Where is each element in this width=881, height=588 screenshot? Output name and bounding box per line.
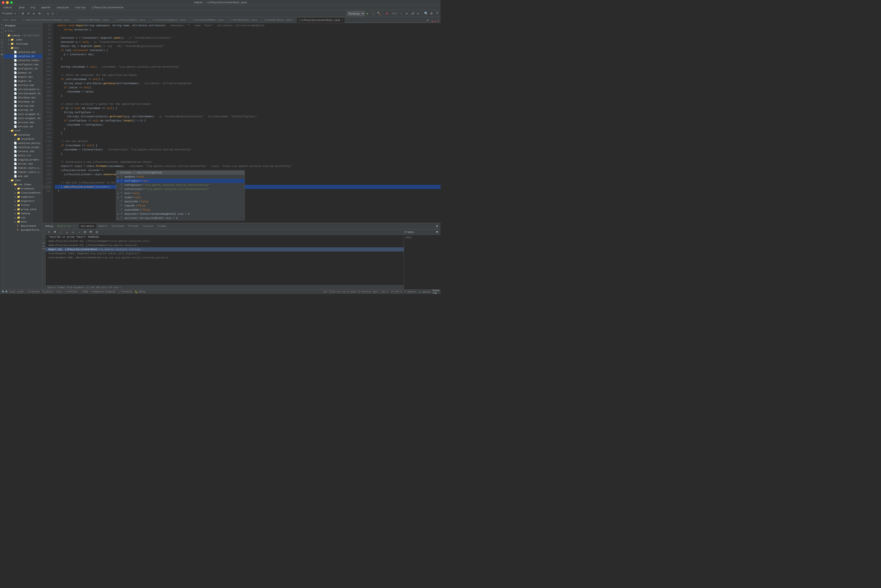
tree-logging-props[interactable]: 📄 logging.properties [4, 158, 42, 162]
menu-classname[interactable]: LifecycleListenerRule [90, 6, 125, 9]
debug-run-icon[interactable]: ⬛ [371, 11, 376, 16]
step-over-icon[interactable]: ↓ [42, 230, 45, 232]
panel-sort-icon[interactable]: ≡ [8, 30, 10, 32]
tree-configtest-sh[interactable]: 📄 configtest.sh [4, 67, 42, 71]
var-row-startelement-digester[interactable]: startElement:1261, Digester (org.apache.… [45, 252, 404, 256]
tree-tomcat-users-xsd[interactable]: 📄 tomcat-users.xsd [4, 170, 42, 174]
var-row-startelement-saxparser[interactable]: startElement:509, AbstractSAXParser (com… [45, 256, 404, 260]
tooltip-row-oname[interactable]: ▶ f oname = null [116, 195, 245, 200]
var-step-over-icon[interactable]: ↓ [59, 230, 63, 235]
project-dropdown[interactable]: Project ▾ [1, 12, 17, 15]
git-icon[interactable]: G [0, 31, 3, 34]
tree-toolwrapper-sh[interactable]: 📄 tool-wrapper.sh [4, 116, 42, 120]
minimize-button[interactable] [6, 1, 9, 4]
panel-settings-icon[interactable]: ⚙ [5, 29, 7, 32]
frames-filter-icon[interactable]: ▼ [434, 230, 440, 235]
tooltip-row-deployxml[interactable]: f deployXML = false [116, 200, 245, 204]
close-button[interactable] [2, 1, 5, 4]
tree-broadcast[interactable]: ▶ 📁 broadcast [4, 187, 42, 191]
step-into-icon[interactable]: ↘ [42, 233, 45, 236]
resume-icon[interactable]: ▶ [42, 245, 45, 248]
sync-icon[interactable]: ↻ [31, 11, 36, 16]
tree-service-bat[interactable]: 📄 service.bat [4, 83, 42, 87]
tree-comluban[interactable]: ▾ 📁 com.luban [4, 183, 42, 187]
tooltip-row-host[interactable]: ▶ f host = null [116, 191, 245, 195]
tree-hello-txt[interactable]: 📄 hello.txt [4, 153, 42, 158]
tree-version-bat[interactable]: 📄 version.bat [4, 120, 42, 124]
menu-apache[interactable]: apache [40, 6, 52, 9]
tree-catalina-props[interactable]: 📄 catalina.properties [4, 145, 42, 149]
tree-version-sh[interactable]: 📄 version.sh [4, 124, 42, 129]
tree-root-tomcat[interactable]: ▾ 📁 tomcat ~/gitlab/tomcat [4, 33, 42, 38]
var-evaluate-icon[interactable]: ⊞ [82, 230, 87, 235]
tree-java[interactable]: ▾ 📁 java [4, 178, 42, 183]
debug-tab-close[interactable]: × [72, 224, 76, 228]
tree-catalina-bat[interactable]: 📄 catalina.bat [4, 50, 42, 54]
var-watch-icon[interactable]: 👁 [88, 230, 93, 235]
tree-basicvalue[interactable]: C BasicValue [4, 224, 42, 228]
status-event-log[interactable]: Event Log [434, 290, 439, 294]
tree-filter[interactable]: ▶ 📁 filter [4, 203, 42, 207]
menu-org[interactable]: org [29, 6, 36, 9]
tab-hostruleset[interactable]: J HostRuleSet.java × [229, 17, 262, 23]
menu-tomcat[interactable]: tomcat [2, 6, 14, 9]
tab-standardhost[interactable]: J StandardHost.java × [262, 17, 296, 23]
status-sequence[interactable]: ≡ Sequence Diagram [91, 291, 115, 293]
var-row-addlifecycle-support[interactable]: addLifecycleListener:82, LifecycleSuppor… [45, 239, 404, 243]
tree-groupsend[interactable]: ▶ 📁 group.send [4, 207, 42, 212]
tree-naming[interactable]: ▶ 📁 naming [4, 212, 42, 216]
help-icon[interactable]: ? [434, 11, 440, 16]
tree-shutdown-sh[interactable]: 📄 shutdown.sh [4, 100, 42, 104]
git-checkmark-icon[interactable]: ✓ [399, 11, 404, 16]
git-merge-icon[interactable]: ⎇ [410, 11, 415, 16]
project-panel-icon[interactable]: P [0, 24, 3, 27]
run-to-cursor-icon[interactable]: → [42, 239, 45, 242]
tab-standardmanager[interactable]: J StandardManager.java × [74, 17, 113, 23]
var-step-into-icon[interactable]: ↘ [65, 230, 69, 235]
status-git[interactable]: ± Git [56, 291, 62, 293]
run-icon[interactable]: ▶ [365, 11, 370, 16]
tree-catalina-tasks[interactable]: 📄 catalina-tasks.xml [4, 58, 42, 63]
tree-pool[interactable]: ▶ 📁 pool [4, 220, 42, 224]
structure-icon[interactable]: S [0, 28, 3, 31]
tree-tomcat-users-xml[interactable]: 📄 tomcat-users.xml [4, 166, 42, 170]
code-lines[interactable]: public void begin(String namespace, Stri… [53, 23, 440, 223]
json-parser-icon[interactable]: { } [0, 39, 3, 42]
debug-run-config[interactable]: Bootstrap [57, 224, 72, 228]
search-everywhere-icon[interactable]: 🔍 [424, 11, 428, 16]
var-step-out-icon[interactable]: ↗ [71, 230, 75, 235]
var-filter-icon[interactable]: ▼ [53, 230, 57, 235]
status-run[interactable]: ▶ Run [18, 291, 24, 293]
tab-overflow-icon[interactable]: ▾ [425, 18, 430, 23]
forward-icon[interactable]: ▷ [50, 11, 56, 16]
panel-expand-icon[interactable]: ⊞ [11, 29, 13, 32]
status-profiler[interactable]: ⚡ Profiler [65, 291, 78, 293]
tree-toolwrapper-bat[interactable]: 📄 tool-wrapper.bat [4, 112, 42, 116]
tooltip-row-deployed[interactable]: ▶ f deployed = {ConcurrentHashMap@1525} … [116, 212, 245, 216]
var-row-addlifecycle-base[interactable]: addLifecycleListener:62, LifecycleBase (… [45, 243, 404, 248]
git-tick-icon[interactable]: ✔ [404, 11, 409, 16]
tooltip-row-appbase[interactable]: ▶ f appBase = null [116, 175, 245, 179]
tree-localhost[interactable]: ▶ 📁 localhost [4, 137, 42, 141]
tab-containermbean[interactable]: J ContainerMBean.java × [191, 17, 229, 23]
database-icon[interactable]: ⬡ [0, 42, 3, 45]
tab-frames[interactable]: Frames [156, 224, 168, 228]
settings-icon[interactable]: ⚙ [20, 11, 25, 16]
tree-conf[interactable]: ▾ 📁 conf [4, 129, 42, 133]
var-row-begin-current[interactable]: begin:131, LifecycleListenerRule (org.ap… [45, 248, 404, 252]
stop-icon[interactable]: ■ [384, 11, 389, 16]
var-expand-icon[interactable]: ⊟ [94, 230, 99, 235]
tab-overhead[interactable]: Overhead [110, 224, 126, 228]
tree-startup-bat[interactable]: 📄 startup.bat [4, 104, 42, 108]
maximize-button[interactable] [10, 1, 13, 4]
tree-bytebuffertest[interactable]: C ByteBufferTest [4, 228, 42, 232]
build-icon[interactable]: 🔨 [376, 11, 381, 16]
tooltip-row-copyxml[interactable]: f copyXML = false [116, 204, 245, 208]
tab-lifecyclelistenerrule[interactable]: J LifecycleListenerRule.java × [296, 17, 345, 23]
tab-lifecyclebase[interactable]: J LifecycleBase.java × [113, 17, 150, 23]
var-sort-icon[interactable]: ⬆ [47, 230, 51, 235]
tab-ext-java[interactable]: J ext.java × [0, 17, 21, 23]
pull-requests-icon[interactable]: ↑ [0, 35, 3, 38]
tooltip-row-serviced[interactable]: ▶ f serviced = {ArrayList@1526} size = 0 [116, 216, 245, 220]
tab-appcontextfacade[interactable]: J ApplicationContextFacade.java × [21, 17, 74, 23]
